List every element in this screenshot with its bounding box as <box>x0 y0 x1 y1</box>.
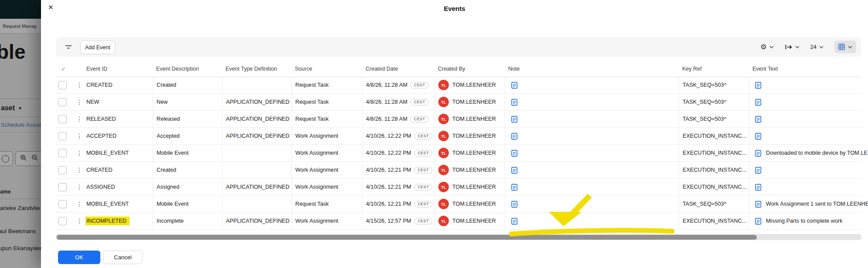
row-checkbox[interactable] <box>58 115 67 123</box>
event-id-value: INCOMPLETED <box>85 217 130 225</box>
created-by-value: TOM.LEENHEER <box>452 218 496 224</box>
note-icon[interactable] <box>511 166 518 174</box>
key-ref-value: TASK_SEQ=503^ <box>683 99 727 105</box>
cancel-button[interactable]: Cancel <box>103 251 143 264</box>
created-by-value: TOM.LEENHEER <box>452 201 496 207</box>
event-type-definition-value: APPLICATION_DEFINED <box>226 218 290 224</box>
row-checkbox[interactable] <box>58 132 67 140</box>
table-row: ⋮ NEW New APPLICATION_DEFINED Request Ta… <box>56 94 861 111</box>
row-menu-icon[interactable]: ⋮ <box>76 217 82 224</box>
row-checkbox[interactable] <box>58 149 67 157</box>
table-view-button[interactable] <box>834 41 856 53</box>
event-type-definition-value: APPLICATION_DEFINED <box>226 99 290 105</box>
source-value: Request Task <box>295 201 329 207</box>
horizontal-scrollbar-thumb[interactable] <box>57 235 757 240</box>
row-checkbox[interactable] <box>58 166 67 174</box>
key-ref-value: TASK_SEQ=503^ <box>683 116 727 122</box>
event-text-icon[interactable] <box>755 217 762 225</box>
row-menu-icon[interactable]: ⋮ <box>76 200 82 207</box>
event-text-icon[interactable] <box>755 81 762 89</box>
toolbar-right-controls: ⚙ 24 <box>760 37 856 57</box>
event-id-value: MOBILE_EVENT <box>86 150 129 156</box>
event-type-definition-value: APPLICATION_DEFINED <box>226 116 290 122</box>
note-icon[interactable] <box>511 81 518 89</box>
timezone-badge: CEST <box>414 167 433 173</box>
event-id-value: ACCEPTED <box>86 133 116 139</box>
table-grid-icon <box>838 44 845 50</box>
event-text-icon[interactable] <box>755 166 762 174</box>
event-text-icon[interactable] <box>755 132 762 140</box>
row-menu-icon[interactable]: ⋮ <box>76 81 82 88</box>
column-header-event-type-definition: Event Type Definition <box>222 61 291 77</box>
table-toolbar: Add Event ⚙ 24 <box>56 37 861 57</box>
created-by-value: TOM.LEENHEER <box>452 133 496 139</box>
event-id-value: NEW <box>86 99 99 105</box>
row-menu-icon[interactable]: ⋮ <box>76 149 82 156</box>
event-description-value: Accepted <box>157 133 180 139</box>
row-menu-icon[interactable]: ⋮ <box>76 132 82 139</box>
column-header-event-id: Event ID <box>85 61 153 77</box>
row-checkbox[interactable] <box>58 183 67 191</box>
row-menu-icon[interactable]: ⋮ <box>76 166 82 173</box>
select-all-check-icon[interactable]: ✓ <box>61 66 66 72</box>
key-ref-value: EXECUTION_INSTANC... <box>683 167 746 173</box>
row-checkbox[interactable] <box>58 98 67 106</box>
created-by-value: TOM.LEENHEER <box>452 167 496 173</box>
row-menu-icon[interactable]: ⋮ <box>76 183 82 190</box>
event-description-value: Assigned <box>157 184 179 190</box>
chevron-down-icon <box>819 46 824 48</box>
created-by-value: TOM.LEENHEER <box>452 150 496 156</box>
note-icon[interactable] <box>511 115 518 123</box>
background-app: Request Manag ble aset ▼ Schedule Assist… <box>0 0 41 268</box>
ok-button[interactable]: OK <box>58 251 100 264</box>
note-icon[interactable] <box>511 149 518 157</box>
page-size-selector[interactable]: 24 <box>810 44 824 50</box>
source-value: Request Task <box>295 99 329 105</box>
event-type-definition-value: APPLICATION_DEFINED <box>226 133 290 139</box>
skip-to-end-button[interactable] <box>785 44 800 50</box>
key-ref-value: EXECUTION_INSTANC... <box>683 184 746 190</box>
bar-arrow-right-icon <box>785 44 793 50</box>
key-ref-value: TASK_SEQ=503^ <box>683 82 727 88</box>
avatar: TL <box>438 131 449 141</box>
add-event-button[interactable]: Add Event <box>80 41 115 54</box>
row-checkbox[interactable] <box>58 81 67 89</box>
created-date-value: 4/8/26, 11:28 AM <box>366 99 407 105</box>
created-by-value: TOM.LEENHEER <box>452 99 496 105</box>
settings-button[interactable]: ⚙ <box>760 44 773 51</box>
row-menu-icon[interactable]: ⋮ <box>76 115 82 122</box>
row-checkbox[interactable] <box>58 200 67 208</box>
horizontal-scrollbar-track[interactable] <box>56 234 861 240</box>
note-icon[interactable] <box>511 217 518 225</box>
event-description-value: Incomplete <box>157 218 184 224</box>
created-date-value: 4/8/26, 11:28 AM <box>366 116 407 122</box>
created-date-value: 4/10/26, 12:22 PM <box>366 150 411 156</box>
events-modal: ✕ Events Add Event ⚙ 24 <box>41 0 868 268</box>
row-checkbox[interactable] <box>58 217 67 225</box>
column-header-created-date: Created Date <box>362 61 434 77</box>
table-row: ⋮ MOBILE_EVENT Mobile Event Request Task… <box>56 196 861 213</box>
created-by-value: TOM.LEENHEER <box>452 116 496 122</box>
note-icon[interactable] <box>511 98 518 106</box>
column-header-note: Note <box>505 61 679 77</box>
avatar: TL <box>438 199 449 209</box>
event-text-icon[interactable] <box>755 98 762 106</box>
row-menu-icon[interactable]: ⋮ <box>76 98 82 105</box>
filter-icon[interactable] <box>64 43 73 51</box>
event-text-icon[interactable] <box>755 200 762 208</box>
page-size-value: 24 <box>810 44 817 50</box>
note-icon[interactable] <box>511 132 518 140</box>
screen: Request Manag ble aset ▼ Schedule Assist… <box>0 0 868 268</box>
avatar: TL <box>438 97 449 107</box>
note-icon[interactable] <box>511 183 518 191</box>
event-description-value: Released <box>157 116 180 122</box>
event-text-icon[interactable] <box>755 115 762 123</box>
note-icon[interactable] <box>511 200 518 208</box>
avatar: TL <box>438 165 449 175</box>
event-text-icon[interactable] <box>755 183 762 191</box>
event-description-value: Created <box>157 82 176 88</box>
timezone-badge: CEST <box>414 218 433 224</box>
timezone-badge: CEST <box>410 116 429 122</box>
event-text-icon[interactable] <box>755 149 762 157</box>
timezone-badge: CEST <box>410 82 429 88</box>
